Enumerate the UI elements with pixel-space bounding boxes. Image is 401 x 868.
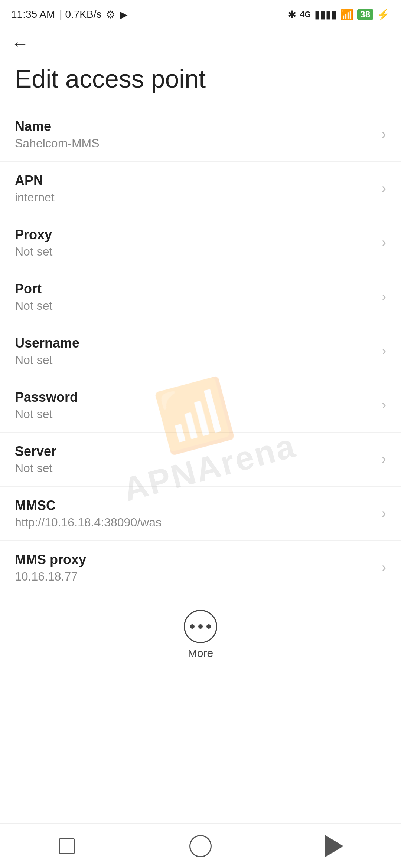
home-icon (189, 835, 212, 857)
item-label-password: Password (15, 389, 374, 405)
item-label-port: Port (15, 281, 374, 297)
chevron-right-icon-server: › (382, 451, 386, 467)
dot-3 (206, 624, 211, 629)
item-value-proxy: Not set (15, 245, 374, 259)
status-left: 11:35 AM | 0.7KB/s ⚙ ▶ (11, 9, 128, 21)
item-label-proxy: Proxy (15, 227, 374, 243)
chevron-right-icon-username: › (382, 343, 386, 359)
wifi-icon: 📶 (340, 9, 353, 21)
recents-icon (59, 838, 75, 854)
back-arrow-icon: ← (11, 33, 29, 54)
page-title: Edit access point (0, 57, 401, 108)
settings-item-username[interactable]: Username Not set › (0, 324, 401, 378)
item-label-name: Name (15, 119, 374, 134)
dot-1 (190, 624, 195, 629)
recents-button[interactable] (52, 831, 82, 861)
settings-item-mms-proxy[interactable]: MMS proxy 10.16.18.77 › (0, 541, 401, 595)
item-value-port: Not set (15, 299, 374, 313)
more-label: More (188, 647, 213, 660)
item-label-server: Server (15, 444, 374, 459)
chevron-right-icon-mms-proxy: › (382, 560, 386, 575)
item-value-mms-proxy: 10.16.18.77 (15, 570, 374, 583)
settings-item-proxy[interactable]: Proxy Not set › (0, 216, 401, 270)
nav-bar (0, 823, 401, 868)
settings-icon: ⚙ (106, 9, 115, 21)
chevron-right-icon-proxy: › (382, 235, 386, 250)
back-button[interactable]: ← (0, 26, 401, 57)
back-nav-button[interactable] (319, 831, 349, 861)
chevron-right-icon-password: › (382, 397, 386, 413)
back-nav-icon (325, 835, 343, 857)
settings-item-port[interactable]: Port Not set › (0, 270, 401, 324)
status-right: ✱ 4G ▮▮▮▮ 📶 38 ⚡ (288, 9, 390, 21)
speed-display: | 0.7KB/s (59, 9, 101, 20)
video-icon: ▶ (120, 9, 128, 21)
status-bar: 11:35 AM | 0.7KB/s ⚙ ▶ ✱ 4G ▮▮▮▮ 📶 38 ⚡ (0, 0, 401, 26)
chevron-right-icon-mmsc: › (382, 506, 386, 521)
chevron-right-icon-apn: › (382, 181, 386, 196)
settings-item-name[interactable]: Name Sahelcom-MMS › (0, 108, 401, 162)
item-value-mmsc: http://10.16.18.4:38090/was (15, 516, 374, 529)
4g-icon: 4G (300, 10, 311, 19)
item-value-name: Sahelcom-MMS (15, 137, 374, 150)
dot-2 (198, 624, 203, 629)
home-button[interactable] (186, 831, 215, 861)
signal-icon: ▮▮▮▮ (314, 9, 337, 21)
settings-item-server[interactable]: Server Not set › (0, 433, 401, 487)
bluetooth-icon: ✱ (288, 9, 296, 21)
settings-list: Name Sahelcom-MMS › APN internet › Proxy… (0, 108, 401, 595)
more-button[interactable]: More (0, 599, 401, 671)
more-circle-icon[interactable] (184, 610, 217, 643)
item-value-apn: internet (15, 191, 374, 204)
settings-item-mmsc[interactable]: MMSC http://10.16.18.4:38090/was › (0, 487, 401, 541)
item-label-mms-proxy: MMS proxy (15, 552, 374, 568)
battery-icon: 38 (357, 9, 373, 20)
chevron-right-icon-name: › (382, 126, 386, 142)
item-value-username: Not set (15, 353, 374, 367)
item-value-password: Not set (15, 407, 374, 421)
item-label-mmsc: MMSC (15, 498, 374, 513)
time-display: 11:35 AM (11, 9, 55, 20)
settings-item-password[interactable]: Password Not set › (0, 378, 401, 433)
chevron-right-icon-port: › (382, 289, 386, 305)
item-value-server: Not set (15, 461, 374, 475)
item-label-apn: APN (15, 173, 374, 188)
item-label-username: Username (15, 335, 374, 351)
settings-item-apn[interactable]: APN internet › (0, 162, 401, 216)
charge-icon: ⚡ (377, 9, 390, 21)
